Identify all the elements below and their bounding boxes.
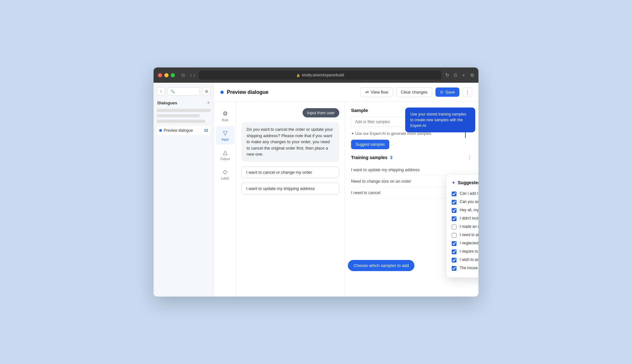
training-more-button[interactable]: ⋮	[467, 154, 472, 160]
training-samples-title: Training samples 3	[351, 155, 392, 160]
search-icon: 🔍	[170, 89, 175, 94]
active-dot-icon	[159, 129, 162, 132]
tool-label-label: Label	[221, 177, 229, 180]
chat-panel: Input from user Do you want to cancel th…	[236, 102, 345, 297]
sparkle-icon: ✦	[452, 180, 455, 185]
sidebar-toggle-icon[interactable]: ⊟	[181, 73, 185, 78]
skeleton-line	[157, 120, 205, 123]
save-button[interactable]: ⊙ Save	[435, 88, 459, 97]
suggested-samples-popup: ✦ Suggested samples Can i add new goods …	[447, 175, 478, 277]
sidebar-item-preview-dialogue[interactable]: Preview dialogue 23	[157, 126, 211, 135]
suggested-item-checkbox[interactable]	[452, 225, 456, 229]
suggested-item-label: Hey all, my address was incorrect :(	[460, 208, 478, 212]
training-header: Training samples 3 ⋮	[351, 154, 472, 160]
suggested-item-checkbox[interactable]	[452, 266, 456, 271]
training-count: 3	[390, 155, 392, 160]
back-arrow-icon[interactable]: ‹	[190, 73, 192, 78]
app-body: ‹ 🔍 ⊞ Dialogues +	[154, 83, 478, 297]
suggested-item-checkbox[interactable]	[452, 249, 456, 254]
sidebar-item-left: Preview dialogue	[159, 128, 193, 133]
suggested-item-label: The house number is incorrect	[460, 266, 478, 270]
suggested-item: I need to alter my postal code	[452, 231, 478, 239]
suggested-item: Hey all, my address was incorrect :(	[452, 206, 478, 214]
suggested-item: Can i add new goods to the order?	[452, 190, 478, 198]
ai-tooltip-arrow	[465, 125, 466, 138]
ai-tooltip: Use your stored training samples to crea…	[405, 108, 475, 132]
main-content: Preview dialogue ⇌ View flow Clear chang…	[214, 83, 478, 297]
header-dot-icon	[220, 91, 224, 94]
filter-button[interactable]: ⊞	[202, 87, 211, 95]
suggested-item-label: I neglected to include the apartment num…	[460, 241, 478, 245]
chat-button-cancel[interactable]: I want to cancel or change my order	[241, 166, 339, 178]
suggested-item-checkbox[interactable]	[452, 208, 456, 213]
suggested-popup-header: ✦ Suggested samples	[452, 180, 478, 185]
share-icon[interactable]: ⎙	[454, 72, 457, 78]
sidebar-skeleton-list	[157, 109, 211, 123]
forward-arrow-icon[interactable]: ›	[194, 73, 195, 78]
browser-window: ⊟ ‹ › 🔒 kindly.ai/workspace/build ↻ ⎙ ＋ …	[154, 67, 478, 297]
training-sample-1: I want to update my shipping address	[351, 164, 472, 176]
tool-rule[interactable]: ⚙ Rule	[216, 107, 234, 125]
header-left: Preview dialogue	[220, 89, 269, 95]
traffic-lights	[158, 73, 175, 77]
url-text: kindly.ai/workspace/build	[302, 73, 344, 77]
skeleton-line	[157, 109, 211, 112]
tool-input[interactable]: ▽ Input	[216, 126, 234, 144]
sidebar-search-box[interactable]: 🔍	[168, 87, 200, 95]
sidebar-back-button[interactable]: ‹	[157, 87, 165, 95]
suggested-item-label: I need to alter my postal code	[460, 233, 478, 237]
minimize-icon[interactable]	[164, 73, 169, 77]
tabs-icon[interactable]: ⧉	[470, 72, 474, 78]
suggested-item-label: I made an error when making my order	[460, 224, 478, 229]
maximize-icon[interactable]	[171, 73, 175, 77]
suggested-item: I wish to add something to an order I ju…	[452, 256, 478, 264]
main-header: Preview dialogue ⇌ View flow Clear chang…	[214, 83, 478, 102]
address-bar[interactable]: 🔒 kindly.ai/workspace/build	[199, 71, 442, 80]
add-dialogue-button[interactable]: +	[207, 100, 210, 106]
search-input[interactable]	[176, 89, 196, 93]
new-tab-icon[interactable]: ＋	[461, 72, 466, 78]
close-icon[interactable]	[158, 73, 162, 77]
suggested-item-label: I require to delete a portion of my orde…	[460, 249, 478, 254]
flow-icon: ⇌	[365, 90, 369, 94]
input-icon: ▽	[223, 130, 227, 136]
more-options-button[interactable]: ⋮	[463, 88, 472, 97]
tool-rule-label: Rule	[222, 118, 228, 122]
sidebar-nav-top: ‹ 🔍 ⊞	[157, 87, 211, 95]
view-flow-button[interactable]: ⇌ View flow	[361, 87, 393, 97]
header-actions: ⇌ View flow Clear changes ⊙ Save ⋮	[361, 87, 472, 97]
dialogues-header: Dialogues +	[157, 100, 211, 106]
suggested-item-checkbox[interactable]	[452, 192, 456, 196]
suggested-popup-title: Suggested samples	[458, 180, 478, 185]
input-from-user-badge: Input from user	[303, 108, 339, 117]
suggested-item: I require to delete a portion of my orde…	[452, 248, 478, 256]
suggested-item-label: Can you assist me in altering my address…	[460, 200, 478, 204]
main-panels: ⚙ Rule ▽ Input △ Output ◇ Label	[214, 102, 478, 297]
tool-label[interactable]: ◇ Label	[216, 165, 234, 183]
suggested-item: I made an error when making my order	[452, 223, 478, 231]
suggested-item-checkbox[interactable]	[452, 216, 456, 221]
page-title: Preview dialogue	[227, 89, 269, 95]
sidebar: ‹ 🔍 ⊞ Dialogues +	[154, 83, 214, 297]
suggested-items-list: Can i add new goods to the order?Can you…	[452, 190, 478, 272]
suggested-item-checkbox[interactable]	[452, 233, 456, 238]
sidebar-item-badge: 23	[204, 129, 208, 132]
suggested-item-label: Can i add new goods to the order?	[460, 191, 478, 196]
clear-changes-button[interactable]: Clear changes	[396, 87, 433, 97]
back-chevron-icon: ‹	[160, 89, 162, 94]
tool-input-label: Input	[221, 138, 228, 141]
refresh-icon[interactable]: ↻	[445, 72, 449, 78]
lock-icon: 🔒	[296, 74, 300, 77]
suggested-item-checkbox[interactable]	[452, 258, 456, 262]
suggested-item: The house number is incorrect	[452, 264, 478, 272]
browser-actions: ↻ ⎙ ＋ ⧉	[445, 72, 474, 78]
suggested-item-checkbox[interactable]	[452, 241, 456, 246]
choose-samples-tooltip: Choose which samples to add	[348, 260, 414, 271]
suggested-item-checkbox[interactable]	[452, 200, 456, 205]
tool-output[interactable]: △ Output	[216, 146, 234, 164]
sample-title: Sample	[351, 108, 368, 113]
output-icon: △	[223, 149, 227, 156]
chat-button-shipping[interactable]: I want to update my shipping address	[241, 183, 339, 194]
suggest-samples-button[interactable]: Suggest samples	[351, 140, 389, 149]
suggested-item: Can you assist me in altering my address…	[452, 198, 478, 206]
